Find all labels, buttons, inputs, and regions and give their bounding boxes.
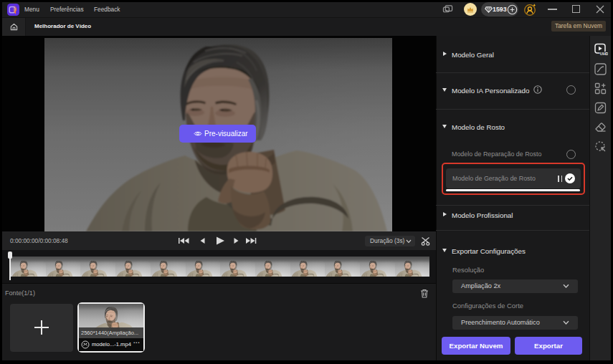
svg-text:UHD: UHD [600,52,608,56]
